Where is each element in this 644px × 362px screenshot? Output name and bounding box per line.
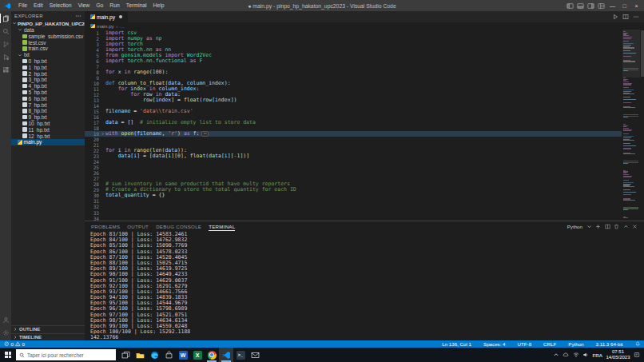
close-button[interactable]: × [632, 3, 641, 9]
kill-terminal-button[interactable] [614, 224, 619, 229]
explorer-item-8-hp-txt[interactable]: 8_hp.txt [11, 108, 85, 114]
terminal-dropdown-icon[interactable] [586, 224, 592, 229]
activitybar-search-icon[interactable] [0, 25, 11, 38]
maximize-button[interactable]: □ [620, 3, 629, 9]
explorer-item-sample-submission-csv[interactable]: sample_submission.csv [11, 33, 85, 39]
menu-go[interactable]: Go [93, 0, 106, 11]
code-line[interactable]: 13 row[index] = float(row[index]) [85, 97, 622, 103]
taskbar-app-mail[interactable] [248, 348, 262, 362]
explorer-item-5-hp-txt[interactable]: 5_hp.txt [11, 90, 85, 96]
panel-tab-debug-console[interactable]: DEBUG CONSOLE [156, 221, 201, 231]
code-line[interactable]: 24 [85, 159, 622, 165]
code-line[interactable]: 32 [85, 204, 622, 209]
explorer-item-0-hp-txt[interactable]: 0_hp.txt [11, 58, 85, 65]
explorer-item-train-csv[interactable]: train.csv [11, 46, 85, 52]
explorer-item-6-hp-txt[interactable]: 6_hp.txt [11, 95, 85, 101]
scrollbar-thumb[interactable] [641, 30, 644, 77]
layout-sidebar-left-icon[interactable] [566, 2, 574, 10]
code-line[interactable]: 3import torch [85, 42, 622, 47]
status-encoding[interactable]: UTF-8 [518, 341, 532, 347]
explorer-item-txt[interactable]: txt [11, 52, 85, 58]
clock[interactable]: 07:51 14/05/2023 [606, 349, 630, 360]
tray-expand-icon[interactable] [553, 352, 559, 358]
code-line[interactable]: 22for i in range(len(data)): [85, 148, 622, 153]
taskbar-app-edge[interactable] [147, 348, 161, 362]
code-line[interactable]: 25 [85, 165, 622, 170]
taskbar-app-chrome[interactable] [205, 348, 219, 362]
editor-scrollbar[interactable] [640, 30, 644, 221]
activitybar-run-debug-icon[interactable] [0, 50, 11, 63]
code-line[interactable]: 8for x in range(100): [85, 70, 622, 75]
code-line[interactable]: 4import torch.nn as nn [85, 47, 622, 53]
customize-layout-icon[interactable] [598, 2, 605, 10]
menu-file[interactable]: File [15, 0, 30, 11]
menu-edit[interactable]: Edit [30, 0, 46, 11]
maximize-panel-button[interactable] [623, 224, 629, 229]
status-python-interpreter[interactable]: 3.11.3 64-bit [596, 341, 623, 347]
status-language-mode[interactable]: Python [568, 341, 583, 347]
code-line[interactable]: 14 [85, 103, 622, 109]
code-line[interactable]: 29# Create a dictionary to store the tot… [85, 187, 622, 193]
layout-panel-icon[interactable] [577, 2, 584, 10]
status-cursor-position[interactable]: Ln 136, Col 1 [442, 341, 471, 347]
code-line[interactable]: 23 data[i] = [data[i][0], float(data[i][… [85, 153, 622, 159]
activitybar-source-control-icon[interactable] [0, 38, 11, 50]
explorer-item-test-csv[interactable]: test.csv [11, 39, 85, 46]
code-line[interactable]: 16 [85, 114, 622, 120]
minimap[interactable] [622, 31, 639, 221]
search-input[interactable] [27, 352, 113, 358]
taskbar-app-store[interactable] [161, 348, 176, 362]
taskbar-app-word[interactable]: W [176, 348, 190, 362]
start-button[interactable] [0, 348, 16, 362]
explorer-item-10-hp-txt[interactable]: 10_hp.txt [11, 121, 85, 127]
close-panel-button[interactable] [632, 224, 638, 229]
code-line[interactable]: 33 [85, 210, 622, 216]
explorer-item-main-py[interactable]: main.py [11, 139, 85, 145]
code-line[interactable]: 27 [85, 176, 622, 181]
activitybar-explorer-icon[interactable] [0, 12, 11, 25]
code-line[interactable]: 17data = [] # initialize empty list to s… [85, 120, 622, 125]
terminal-shell-label[interactable]: Python [567, 224, 582, 229]
code-line[interactable]: 9 [85, 75, 622, 81]
menu-view[interactable]: View [75, 0, 93, 11]
code-line[interactable]: 11 for index in column_index: [85, 86, 622, 92]
code-line[interactable]: 21 [85, 142, 622, 148]
code-line[interactable]: 31 [85, 198, 622, 204]
sidebar-section-timeline[interactable]: TIMELINE [11, 333, 85, 341]
activitybar-extensions-icon[interactable] [0, 63, 11, 76]
modified-indicator-icon[interactable] [119, 15, 122, 18]
explorer-item-9-hp-txt[interactable]: 9_hp.txt [11, 114, 85, 121]
status-indentation[interactable]: Spaces: 4 [483, 341, 506, 347]
terminal-output[interactable]: Epoch 83/100 | Loss: 14583.2461Epoch 84/… [85, 231, 644, 340]
code-line[interactable]: 12 for row in data: [85, 92, 622, 97]
split-editor-button[interactable] [622, 14, 629, 20]
menu-help[interactable]: Help [149, 0, 167, 11]
panel-tab-terminal[interactable]: TERMINAL [209, 221, 235, 231]
code-line[interactable]: 1import csv [85, 30, 622, 36]
taskbar-search[interactable] [16, 349, 116, 360]
explorer-item-2-hp-txt[interactable]: 2_hp.txt [11, 70, 85, 77]
code-line[interactable]: 28# sum inventory in same productid that… [85, 181, 622, 187]
explorer-item-1-hp-txt[interactable]: 1_hp.txt [11, 64, 85, 70]
status-problems[interactable]: 00 [4, 341, 25, 347]
explorer-item-12-hp-txt[interactable]: 12_hp.txt [11, 133, 85, 139]
layout-sidebar-right-icon[interactable] [587, 2, 594, 10]
code-line[interactable]: 2import numpy as np [85, 36, 622, 42]
explorer-item-4-hp-txt[interactable]: 4_hp.txt [11, 83, 85, 90]
tab-main-py[interactable]: main.py [85, 11, 128, 22]
breadcrumb-item[interactable]: main.py [97, 23, 114, 29]
activitybar-account-icon[interactable] [0, 313, 11, 326]
editor-more-actions-button[interactable] [633, 14, 639, 20]
taskbar-app-vscode[interactable] [219, 348, 233, 362]
code-editor[interactable]: 1import csv2import numpy as np3import to… [85, 30, 644, 221]
code-line[interactable]: 18 [85, 125, 622, 131]
panel-tab-problems[interactable]: PROBLEMS [91, 221, 120, 231]
code-line[interactable]: 34 [85, 216, 622, 221]
notification-center-icon[interactable] [634, 352, 640, 358]
code-line[interactable]: 6import torch.nn.functional as F [85, 58, 622, 64]
code-line[interactable]: 5from gensim.models import Word2Vec [85, 53, 622, 58]
notifications-bell-icon[interactable] [635, 341, 641, 347]
code-line[interactable]: 19with open(filename, 'r') as f:⋯ [85, 131, 622, 137]
code-line[interactable]: 7 [85, 64, 622, 70]
code-line[interactable]: 15filename = 'data\\train.csv' [85, 109, 622, 114]
